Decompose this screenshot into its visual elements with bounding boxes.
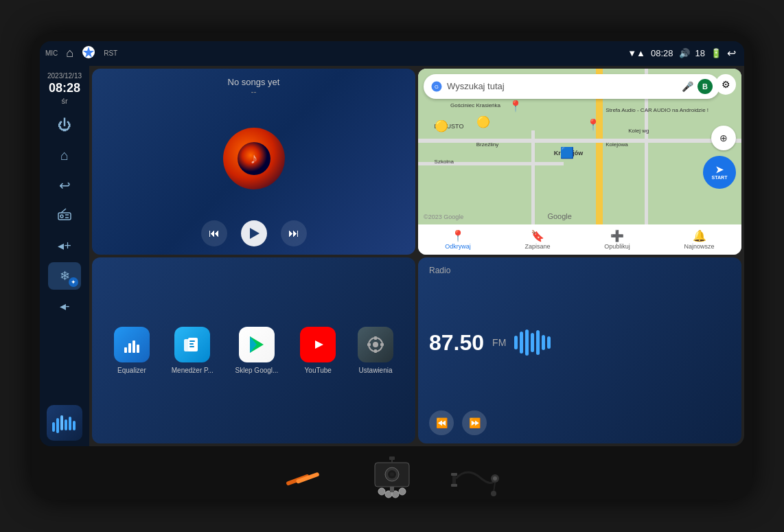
radio-prev-button[interactable]: ⏪ bbox=[429, 410, 454, 435]
svg-rect-50 bbox=[451, 473, 457, 476]
sidebar-item-settings[interactable]: ❄ ✦ bbox=[48, 262, 81, 290]
music-title: No songs yet bbox=[228, 77, 280, 87]
app-playstore[interactable]: Sklep Googl... bbox=[235, 327, 279, 374]
svg-rect-10 bbox=[73, 421, 76, 430]
map-tab-zapisane[interactable]: 🔖 Zapisane bbox=[525, 229, 551, 250]
home-icon-sidebar: ⌂ bbox=[60, 148, 69, 163]
start-navigation-button[interactable]: ➤ START bbox=[703, 156, 736, 189]
map-widget[interactable]: G Wyszukaj tutaj 🎤 B ⚙ bbox=[418, 69, 741, 255]
battery-icon: 🔋 bbox=[711, 48, 722, 58]
map-search-bar[interactable]: G Wyszukaj tutaj 🎤 B bbox=[424, 74, 719, 99]
app-settings[interactable]: Ustawienia bbox=[358, 327, 393, 374]
volume-level: 18 bbox=[695, 48, 705, 58]
back-icon: ↩ bbox=[59, 177, 71, 194]
back-btn[interactable]: ↩ bbox=[727, 47, 736, 60]
svg-rect-48 bbox=[389, 456, 395, 460]
files-label: Menedżer P... bbox=[172, 367, 214, 374]
status-bar: MIC ⌂ RST ▼▲ 08:28 🔊 18 🔋 ↩ bbox=[40, 41, 744, 66]
svg-rect-49 bbox=[452, 474, 456, 485]
map-tab-opublikuj[interactable]: ➕ Opublikuj bbox=[604, 229, 630, 250]
map-pin-1: 📍 bbox=[509, 100, 522, 113]
publish-icon: ➕ bbox=[610, 229, 624, 242]
wave-bar-6 bbox=[542, 335, 545, 350]
svg-rect-8 bbox=[65, 419, 67, 430]
google-maps-logo-small: G bbox=[430, 80, 443, 93]
mic-search-icon[interactable]: 🎤 bbox=[682, 81, 693, 92]
map-settings-button[interactable]: ⚙ bbox=[715, 74, 736, 95]
svg-rect-32 bbox=[374, 336, 377, 340]
vol-down-icon: ◂- bbox=[60, 299, 70, 314]
accessories-section bbox=[40, 446, 744, 507]
equalizer-icon bbox=[114, 327, 150, 362]
date-display: 2023/12/13 bbox=[47, 71, 82, 80]
sidebar-item-vol-down[interactable]: ◂- bbox=[48, 292, 81, 320]
prev-button[interactable]: ⏮ bbox=[201, 220, 227, 246]
content-grid: No songs yet -- bbox=[89, 66, 744, 446]
sidebar-datetime: 2023/12/13 08:28 śr bbox=[47, 71, 82, 106]
radio-widget: Radio 87.50 FM bbox=[418, 257, 741, 443]
files-icon bbox=[174, 327, 210, 362]
svg-rect-22 bbox=[189, 343, 194, 345]
wifi-icon: ▼▲ bbox=[627, 48, 645, 58]
map-copyright: ©2023 Google bbox=[424, 213, 463, 220]
compass-icon: ⊕ bbox=[719, 132, 728, 143]
radio-title: Radio bbox=[429, 266, 730, 275]
music-widget: No songs yet -- bbox=[92, 69, 415, 255]
user-avatar: B bbox=[697, 79, 713, 94]
home-icon: ⌂ bbox=[66, 46, 73, 60]
road-v2 bbox=[531, 130, 535, 224]
road-horizontal bbox=[418, 139, 741, 143]
status-right: ▼▲ 08:28 🔊 18 🔋 ↩ bbox=[627, 47, 736, 60]
radio-freq-row: 87.50 FM bbox=[429, 329, 730, 356]
svg-rect-33 bbox=[374, 349, 377, 353]
next-button[interactable]: ⏭ bbox=[281, 220, 307, 246]
gear-icon: ⚙ bbox=[722, 79, 730, 90]
sidebar-item-vol-up[interactable]: ◂+ bbox=[48, 232, 81, 259]
maps-icon bbox=[82, 45, 95, 62]
map-tab-discover-label: Odkrywaj bbox=[445, 243, 471, 250]
aux-cable bbox=[447, 459, 502, 500]
nav-arrow-icon: ➤ bbox=[715, 164, 724, 175]
radio-controls: ⏪ ⏩ bbox=[429, 410, 730, 435]
album-art: ♪ bbox=[223, 128, 285, 189]
svg-rect-16 bbox=[128, 343, 131, 353]
sidebar-item-back[interactable]: ↩ bbox=[48, 172, 81, 199]
pry-tools bbox=[282, 466, 337, 494]
sidebar-item-power[interactable]: ⏻ bbox=[48, 111, 81, 139]
wave-bar-5 bbox=[536, 330, 540, 355]
svg-rect-15 bbox=[124, 347, 127, 353]
compass-button[interactable]: ⊕ bbox=[711, 126, 736, 150]
app-equalizer[interactable]: Equalizer bbox=[114, 327, 150, 374]
map-tab-publish-label: Opublikuj bbox=[604, 243, 630, 250]
map-label-kolejowa: Kolejowa bbox=[606, 141, 627, 148]
youtube-icon bbox=[300, 327, 336, 362]
app-youtube[interactable]: YouTube bbox=[300, 327, 336, 374]
sound-widget[interactable] bbox=[47, 405, 82, 441]
map-tab-najnowsze[interactable]: 🔔 Najnowsze bbox=[684, 229, 715, 250]
sidebar-item-radio[interactable] bbox=[48, 202, 81, 229]
svg-rect-34 bbox=[367, 343, 371, 346]
playstore-icon bbox=[239, 327, 275, 362]
map-label-brzeźliny: Brzeźliny bbox=[476, 141, 498, 148]
wave-bar-3 bbox=[525, 329, 529, 356]
wave-bar-7 bbox=[547, 336, 551, 349]
svg-rect-51 bbox=[451, 484, 457, 487]
map-label-szkolna: Szkolna bbox=[435, 159, 454, 165]
music-info: No songs yet -- bbox=[228, 77, 280, 97]
map-tab-odkrywaj[interactable]: 📍 Odkrywaj bbox=[445, 229, 471, 250]
svg-point-41 bbox=[390, 472, 394, 476]
app-files[interactable]: Menedżer P... bbox=[172, 327, 214, 374]
music-controls: ⏮ ⏭ bbox=[201, 220, 307, 246]
time-display: 08:28 bbox=[651, 48, 673, 58]
backup-camera bbox=[365, 456, 419, 504]
svg-point-45 bbox=[399, 488, 406, 495]
radio-frequency: 87.50 bbox=[429, 330, 484, 356]
sidebar-item-home[interactable]: ⌂ bbox=[48, 141, 81, 169]
map-search-text[interactable]: Wyszukaj tutaj bbox=[447, 81, 678, 91]
map-tab-latest-label: Najnowsze bbox=[684, 243, 715, 250]
play-button[interactable] bbox=[241, 220, 267, 246]
radio-next-button[interactable]: ⏩ bbox=[462, 410, 487, 435]
svg-rect-17 bbox=[132, 340, 135, 353]
svg-point-55 bbox=[491, 491, 496, 496]
svg-rect-5 bbox=[52, 422, 55, 432]
